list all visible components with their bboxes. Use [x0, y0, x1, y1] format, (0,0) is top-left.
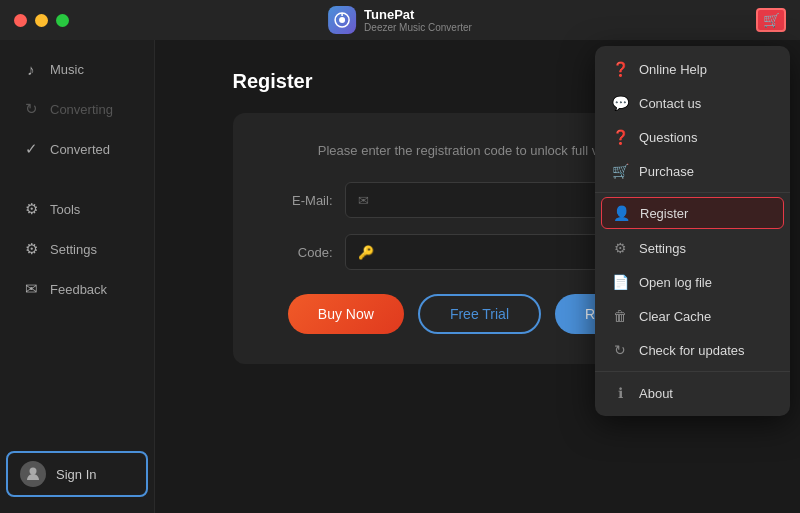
free-trial-button[interactable]: Free Trial	[418, 294, 541, 334]
questions-icon: ❓	[611, 129, 629, 145]
menu-label-settings: Settings	[639, 241, 686, 256]
tools-icon: ⚙	[22, 200, 40, 218]
maximize-button[interactable]	[56, 14, 69, 27]
sidebar-label-converted: Converted	[50, 142, 110, 157]
app-subtitle: Deezer Music Converter	[364, 22, 472, 33]
menu-item-check-updates[interactable]: ↻ Check for updates	[595, 333, 790, 367]
key-icon: 🔑	[358, 245, 374, 260]
code-label: Code:	[273, 245, 333, 260]
menu-divider-2	[595, 371, 790, 372]
svg-point-1	[339, 17, 345, 23]
menu-cart-button[interactable]: 🛒	[756, 8, 786, 32]
converted-icon: ✓	[22, 140, 40, 158]
menu-label-contact-us: Contact us	[639, 96, 701, 111]
converting-icon: ↻	[22, 100, 40, 118]
email-icon: ✉	[358, 193, 369, 208]
menu-item-register[interactable]: 👤 Register	[601, 197, 784, 229]
feedback-icon: ✉	[22, 280, 40, 298]
menu-label-check-updates: Check for updates	[639, 343, 745, 358]
log-icon: 📄	[611, 274, 629, 290]
about-icon: ℹ	[611, 385, 629, 401]
app-name: TunePat	[364, 7, 472, 22]
sidebar-label-feedback: Feedback	[50, 282, 107, 297]
menu-item-settings[interactable]: ⚙ Settings	[595, 231, 790, 265]
purchase-icon: 🛒	[611, 163, 629, 179]
cart-icon: 🛒	[763, 12, 780, 28]
menu-item-purchase[interactable]: 🛒 Purchase	[595, 154, 790, 188]
menu-item-questions[interactable]: ❓ Questions	[595, 120, 790, 154]
sidebar-item-settings[interactable]: ⚙ Settings	[6, 230, 148, 268]
menu-item-contact-us[interactable]: 💬 Contact us	[595, 86, 790, 120]
settings-icon: ⚙	[611, 240, 629, 256]
user-avatar	[20, 461, 46, 487]
sign-in-label: Sign In	[56, 467, 96, 482]
menu-label-open-log: Open log file	[639, 275, 712, 290]
menu-label-register: Register	[640, 206, 688, 221]
titlebar: TunePat Deezer Music Converter 🛒	[0, 0, 800, 40]
sidebar-label-converting: Converting	[50, 102, 113, 117]
menu-divider-1	[595, 192, 790, 193]
music-icon: ♪	[22, 61, 40, 78]
sidebar-item-converting: ↻ Converting	[6, 90, 148, 128]
menu-label-questions: Questions	[639, 130, 698, 145]
menu-item-open-log[interactable]: 📄 Open log file	[595, 265, 790, 299]
sidebar-label-tools: Tools	[50, 202, 80, 217]
menu-item-about[interactable]: ℹ About	[595, 376, 790, 410]
menu-label-purchase: Purchase	[639, 164, 694, 179]
buy-now-button[interactable]: Buy Now	[288, 294, 404, 334]
settings-icon: ⚙	[22, 240, 40, 258]
app-logo: TunePat Deezer Music Converter	[328, 6, 472, 34]
minimize-button[interactable]	[35, 14, 48, 27]
sidebar: ♪ Music ↻ Converting ✓ Converted ⚙ Tools…	[0, 40, 155, 513]
dropdown-menu: ❓ Online Help 💬 Contact us ❓ Questions 🛒…	[595, 46, 790, 416]
email-label: E-Mail:	[273, 193, 333, 208]
menu-item-clear-cache[interactable]: 🗑 Clear Cache	[595, 299, 790, 333]
help-icon: ❓	[611, 61, 629, 77]
sidebar-item-tools[interactable]: ⚙ Tools	[6, 190, 148, 228]
sidebar-item-feedback[interactable]: ✉ Feedback	[6, 270, 148, 308]
sidebar-label-settings: Settings	[50, 242, 97, 257]
menu-label-online-help: Online Help	[639, 62, 707, 77]
menu-item-online-help[interactable]: ❓ Online Help	[595, 52, 790, 86]
register-icon: 👤	[612, 205, 630, 221]
app-icon	[328, 6, 356, 34]
close-button[interactable]	[14, 14, 27, 27]
clear-icon: 🗑	[611, 308, 629, 324]
svg-point-3	[30, 468, 37, 475]
menu-label-clear-cache: Clear Cache	[639, 309, 711, 324]
menu-label-about: About	[639, 386, 673, 401]
contact-icon: 💬	[611, 95, 629, 111]
sidebar-item-music[interactable]: ♪ Music	[6, 51, 148, 88]
sidebar-label-music: Music	[50, 62, 84, 77]
sidebar-item-converted[interactable]: ✓ Converted	[6, 130, 148, 168]
update-icon: ↻	[611, 342, 629, 358]
sign-in-button[interactable]: Sign In	[6, 451, 148, 497]
